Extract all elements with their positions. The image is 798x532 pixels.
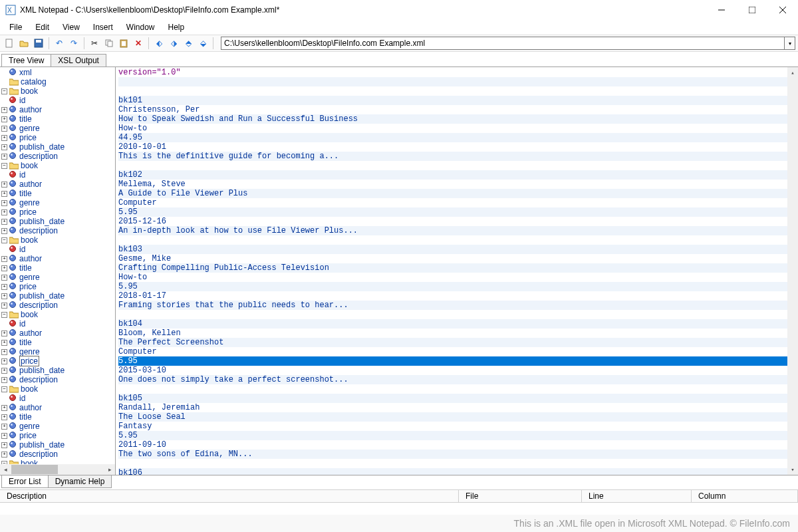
tree-label[interactable]: title <box>19 412 32 422</box>
collapse-icon[interactable]: − <box>1 386 7 392</box>
tree-row[interactable]: +price <box>0 282 115 291</box>
tree-label[interactable]: description <box>19 450 58 459</box>
value-row[interactable]: Framing stories that the public needs to… <box>118 301 798 310</box>
value-row[interactable]: Crafting Compelling Public-Access Televi… <box>118 263 798 273</box>
value-row[interactable]: Mellema, Steve <box>118 180 798 189</box>
value-row[interactable] <box>118 459 798 468</box>
value-row[interactable]: bk101 <box>118 96 798 105</box>
tree-h-scrollbar[interactable]: ◂ ▸ <box>0 464 115 475</box>
tree-row[interactable]: −book <box>0 384 115 394</box>
value-row[interactable]: Fantasy <box>118 422 798 431</box>
tree-row[interactable]: +publish_date <box>0 366 115 375</box>
tree-row[interactable]: +description <box>0 450 115 459</box>
tree-row[interactable]: +author <box>0 180 115 189</box>
content-v-scrollbar[interactable]: ▴ ▾ <box>787 67 798 475</box>
value-row[interactable]: 2018-01-17 <box>118 291 798 301</box>
expand-icon[interactable]: + <box>1 452 7 458</box>
tree-label[interactable]: author <box>19 105 42 114</box>
value-row[interactable]: 5.95 <box>118 431 798 440</box>
tree-row[interactable]: +price <box>0 356 115 366</box>
tree-label[interactable]: book <box>21 384 38 394</box>
menu-window[interactable]: Window <box>120 21 162 33</box>
tree-row[interactable]: +genre <box>0 198 115 207</box>
value-row[interactable] <box>118 161 798 170</box>
expand-icon[interactable]: + <box>1 424 7 430</box>
tree-row[interactable]: +price <box>0 207 115 217</box>
expand-icon[interactable]: + <box>1 126 7 132</box>
tree-label[interactable]: genre <box>19 422 40 431</box>
tree-label[interactable]: xml <box>19 68 32 77</box>
value-row[interactable]: 2011-09-10 <box>118 440 798 450</box>
tree-row[interactable]: +price <box>0 133 115 142</box>
collapse-icon[interactable]: − <box>1 237 7 243</box>
expand-icon[interactable]: + <box>1 442 7 448</box>
expand-icon[interactable]: + <box>1 358 7 364</box>
expand-icon[interactable]: + <box>1 116 7 122</box>
tree-row[interactable]: −book <box>0 235 115 245</box>
tree-row[interactable]: +title <box>0 263 115 273</box>
menu-edit[interactable]: Edit <box>29 21 56 33</box>
value-row[interactable]: 2010-10-01 <box>118 142 798 152</box>
tree-row[interactable]: +description <box>0 375 115 384</box>
tree-label[interactable]: id <box>19 394 25 403</box>
open-icon[interactable] <box>17 37 31 50</box>
tree-row[interactable]: +title <box>0 412 115 422</box>
value-row[interactable]: The two sons of Edina, MN... <box>118 450 798 459</box>
collapse-icon[interactable]: − <box>1 312 7 318</box>
value-row[interactable]: bk103 <box>118 245 798 254</box>
value-row[interactable]: 5.95 <box>118 282 798 291</box>
expand-icon[interactable]: + <box>1 368 7 374</box>
expand-icon[interactable]: + <box>1 349 7 355</box>
value-row[interactable]: Randall, Jeremiah <box>118 403 798 412</box>
tree-label[interactable]: publish_date <box>19 142 65 152</box>
tree-label[interactable]: description <box>19 301 58 310</box>
tree-label[interactable]: author <box>19 403 42 412</box>
tree-row[interactable]: catalog <box>0 77 115 86</box>
tree-row[interactable]: +author <box>0 403 115 412</box>
value-row[interactable]: 5.95 <box>118 207 798 217</box>
tree-row[interactable]: +description <box>0 226 115 235</box>
tree-row[interactable]: id <box>0 170 115 180</box>
tree-row[interactable]: +description <box>0 152 115 161</box>
expand-icon[interactable]: + <box>1 182 7 188</box>
tree-label[interactable]: publish_date <box>19 440 65 450</box>
tree-label[interactable]: description <box>19 226 58 235</box>
expand-icon[interactable]: + <box>1 405 7 411</box>
tree-row[interactable]: +genre <box>0 422 115 431</box>
expand-icon[interactable]: + <box>1 377 7 383</box>
col-line[interactable]: Line <box>582 490 692 502</box>
tree-label[interactable]: id <box>19 170 25 180</box>
expand-icon[interactable]: + <box>1 191 7 197</box>
value-row[interactable] <box>118 86 798 96</box>
menu-help[interactable]: Help <box>162 21 192 33</box>
value-row[interactable]: 5.95 <box>118 356 798 366</box>
paste-icon[interactable] <box>117 37 130 50</box>
tree-row[interactable]: +publish_date <box>0 217 115 226</box>
menu-file[interactable]: File <box>3 21 29 33</box>
tree-label[interactable]: title <box>19 114 32 124</box>
tree-row[interactable]: id <box>0 394 115 403</box>
tree-label[interactable]: book <box>21 310 38 319</box>
expand-icon[interactable]: + <box>1 144 7 150</box>
tree-row[interactable]: xml <box>0 68 115 77</box>
expand-icon[interactable]: + <box>1 209 7 215</box>
value-row[interactable]: 44.95 <box>118 133 798 142</box>
scroll-up-icon[interactable]: ▴ <box>787 67 798 78</box>
value-row[interactable]: One does not simply take a perfect scree… <box>118 375 798 384</box>
redo-icon[interactable]: ↷ <box>67 37 80 50</box>
value-row[interactable]: Computer <box>118 347 798 356</box>
col-description[interactable]: Description <box>0 490 459 502</box>
value-row[interactable]: The Perfect Screenshot <box>118 338 798 347</box>
tree-row[interactable]: +publish_date <box>0 291 115 301</box>
tree-row[interactable]: id <box>0 96 115 105</box>
tree-label[interactable]: genre <box>19 273 40 282</box>
scroll-right-icon[interactable]: ▸ <box>104 464 115 475</box>
value-row[interactable]: bk106 <box>118 468 798 475</box>
tree-label[interactable]: price <box>19 356 39 366</box>
tree-label[interactable]: title <box>19 189 32 198</box>
nudge-left-icon[interactable]: ⬖ <box>152 37 166 50</box>
value-row[interactable] <box>118 235 798 245</box>
tree-label[interactable]: catalog <box>21 77 47 86</box>
value-row[interactable] <box>118 384 798 394</box>
tree-row[interactable]: +genre <box>0 347 115 356</box>
